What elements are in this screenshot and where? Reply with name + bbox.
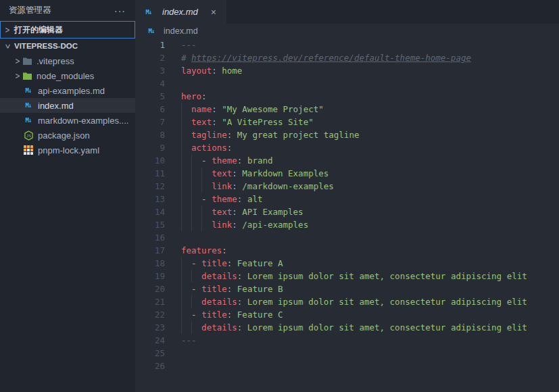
line-number: 4 bbox=[135, 77, 165, 90]
indent-guide bbox=[181, 154, 182, 167]
tree-item[interactable]: M↓api-examples.md bbox=[0, 83, 135, 98]
markdown-icon: M↓ bbox=[23, 85, 34, 96]
tab-bar: M↓index.md× bbox=[135, 0, 559, 24]
line-number: 10 bbox=[135, 154, 165, 167]
markdown-icon: M↓ bbox=[23, 115, 34, 126]
explorer-sidebar: 资源管理器 ··· > 打开的编辑器 > VITEPRESS-DOC >.vit… bbox=[0, 0, 135, 392]
code-line[interactable]: 26 bbox=[135, 360, 559, 372]
nodejs-icon: JS bbox=[23, 130, 34, 141]
indent-guide bbox=[181, 321, 182, 334]
line-content: link: /markdown-examples bbox=[181, 180, 334, 193]
tree-item[interactable]: M↓markdown-examples.... bbox=[0, 113, 135, 128]
code-line[interactable]: 16 bbox=[135, 231, 559, 244]
indent-guide bbox=[191, 270, 192, 283]
open-editors-label: 打开的编辑器 bbox=[14, 24, 63, 36]
indent-guide bbox=[191, 167, 192, 180]
line-number: 1 bbox=[135, 39, 165, 51]
pnpm-icon bbox=[23, 145, 34, 155]
explorer-header: 资源管理器 ··· bbox=[0, 0, 135, 21]
line-content: layout: home bbox=[181, 64, 242, 77]
indent-guide bbox=[201, 167, 202, 180]
code-line[interactable]: 4 bbox=[135, 77, 559, 90]
line-number: 14 bbox=[135, 205, 165, 218]
indent-guide bbox=[201, 180, 202, 193]
line-content: # https://vitepress.dev/reference/defaul… bbox=[181, 51, 471, 64]
tree-item[interactable]: pnpm-lock.yaml bbox=[0, 143, 135, 157]
tree-item-label: api-examples.md bbox=[38, 86, 105, 96]
tree-item-label: index.md bbox=[38, 101, 74, 111]
code-line[interactable]: 15 link: /api-examples bbox=[135, 218, 559, 231]
code-line[interactable]: 20 - title: Feature B bbox=[135, 283, 559, 295]
code-line[interactable]: 10 - theme: brand bbox=[135, 154, 559, 167]
indent-guide bbox=[191, 321, 192, 334]
code-line[interactable]: 12 link: /markdown-examples bbox=[135, 180, 559, 193]
vscode-window: 资源管理器 ··· > 打开的编辑器 > VITEPRESS-DOC >.vit… bbox=[0, 0, 559, 392]
line-number: 13 bbox=[135, 193, 165, 205]
tab-label: index.md bbox=[162, 7, 198, 17]
code-line[interactable]: 9 actions: bbox=[135, 141, 559, 154]
code-line[interactable]: 6 name: "My Awesome Project" bbox=[135, 103, 559, 116]
line-number: 7 bbox=[135, 116, 165, 128]
line-number: 26 bbox=[135, 360, 165, 372]
workspace-root-section[interactable]: > VITEPRESS-DOC bbox=[0, 39, 135, 53]
folder-icon bbox=[22, 70, 32, 81]
code-line[interactable]: 2# https://vitepress.dev/reference/defau… bbox=[135, 51, 559, 64]
open-editors-section[interactable]: > 打开的编辑器 bbox=[0, 21, 135, 39]
indent-guide bbox=[181, 141, 182, 154]
line-number: 5 bbox=[135, 90, 165, 103]
code-line[interactable]: 21 details: Lorem ipsum dolor sit amet, … bbox=[135, 295, 559, 308]
chevron-right-icon: > bbox=[14, 70, 22, 82]
file-tree: >.vitepress>node_modulesM↓api-examples.m… bbox=[0, 53, 135, 157]
code-line[interactable]: 5hero: bbox=[135, 90, 559, 103]
line-content: hero: bbox=[181, 90, 207, 103]
line-content: - title: Feature B bbox=[181, 283, 283, 295]
indent-guide bbox=[201, 218, 202, 231]
tree-item[interactable]: JSpackage.json bbox=[0, 128, 135, 143]
line-number: 2 bbox=[135, 51, 165, 64]
code-line[interactable]: 3layout: home bbox=[135, 64, 559, 77]
close-icon[interactable]: × bbox=[209, 7, 218, 18]
line-content: details: Lorem ipsum dolor sit amet, con… bbox=[181, 270, 527, 283]
code-editor[interactable]: 1---2# https://vitepress.dev/reference/d… bbox=[135, 39, 559, 392]
line-number: 9 bbox=[135, 141, 165, 154]
breadcrumb[interactable]: M↓ index.md bbox=[135, 24, 559, 39]
code-line[interactable]: 22 - title: Feature C bbox=[135, 308, 559, 321]
indent-guide bbox=[191, 193, 192, 205]
folder-icon bbox=[22, 55, 32, 66]
markdown-icon: M↓ bbox=[146, 26, 157, 36]
indent-guide bbox=[181, 218, 182, 231]
indent-guide bbox=[191, 218, 192, 231]
indent-guide bbox=[181, 308, 182, 321]
code-line[interactable]: 14 text: API Examples bbox=[135, 205, 559, 218]
editor-pane: M↓index.md× M↓ index.md 1---2# https://v… bbox=[135, 0, 559, 392]
svg-text:JS: JS bbox=[26, 133, 31, 137]
code-line[interactable]: 18 - title: Feature A bbox=[135, 257, 559, 270]
line-content: text: Markdown Examples bbox=[181, 167, 329, 180]
code-line[interactable]: 23 details: Lorem ipsum dolor sit amet, … bbox=[135, 321, 559, 334]
tree-item[interactable]: >node_modules bbox=[0, 68, 135, 83]
more-actions-icon[interactable]: ··· bbox=[114, 7, 126, 14]
line-number: 16 bbox=[135, 231, 165, 244]
code-line[interactable]: 19 details: Lorem ipsum dolor sit amet, … bbox=[135, 270, 559, 283]
line-content: features: bbox=[181, 244, 227, 257]
code-line[interactable]: 17features: bbox=[135, 244, 559, 257]
chevron-down-icon: > bbox=[3, 42, 14, 50]
code-line[interactable]: 13 - theme: alt bbox=[135, 193, 559, 205]
line-content: - title: Feature C bbox=[181, 308, 283, 321]
code-line[interactable]: 7 text: "A VitePress Site" bbox=[135, 116, 559, 128]
code-line[interactable]: 11 text: Markdown Examples bbox=[135, 167, 559, 180]
code-line[interactable]: 1--- bbox=[135, 39, 559, 51]
editor-tab[interactable]: M↓index.md× bbox=[135, 0, 226, 24]
code-line[interactable]: 8 tagline: My great project tagline bbox=[135, 128, 559, 141]
line-number: 12 bbox=[135, 180, 165, 193]
tree-item-label: node_modules bbox=[37, 71, 94, 81]
code-line[interactable]: 24--- bbox=[135, 334, 559, 347]
tree-item-label: pnpm-lock.yaml bbox=[38, 145, 99, 155]
line-content: --- bbox=[181, 39, 197, 51]
tree-item[interactable]: >.vitepress bbox=[0, 53, 135, 68]
tree-item[interactable]: M↓index.md bbox=[0, 98, 135, 113]
indent-guide bbox=[191, 295, 192, 308]
indent-guide bbox=[201, 205, 202, 218]
code-line[interactable]: 25 bbox=[135, 347, 559, 360]
chevron-right-icon: > bbox=[14, 55, 22, 67]
